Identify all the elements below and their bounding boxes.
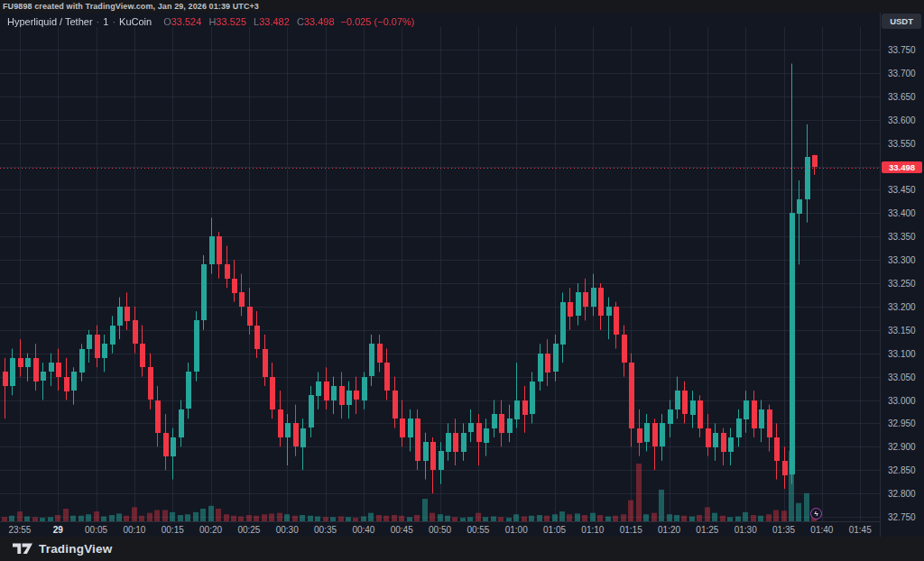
price-tick-label: 32.950 xyxy=(888,418,916,428)
time-tick-label: 01:00 xyxy=(505,525,528,535)
time-tick-label: 01:35 xyxy=(772,525,795,535)
tradingview-brand-text[interactable]: TradingView xyxy=(39,542,112,556)
price-tick-label: 33.650 xyxy=(888,92,916,102)
price-tick-label: 33.000 xyxy=(888,396,916,406)
time-tick-label: 00:15 xyxy=(162,525,184,535)
time-tick-label: 01:10 xyxy=(581,525,604,535)
time-tick-label: 01:45 xyxy=(849,525,872,535)
price-tick-label: 33.700 xyxy=(888,69,916,78)
attribution-text: FU9898 created with TradingView.com, Jan… xyxy=(0,2,259,11)
time-tick-label: 01:25 xyxy=(696,525,718,535)
price-tick-label: 33.750 xyxy=(888,45,916,55)
time-tick-label: 01:30 xyxy=(735,525,757,535)
price-change: −0.025 (−0.07%) xyxy=(341,16,415,27)
price-tick-label: 32.850 xyxy=(888,465,916,475)
candlestick-chart[interactable] xyxy=(0,27,880,521)
time-tick-label: 00:55 xyxy=(467,525,489,535)
price-tick-label: 33.200 xyxy=(888,302,916,312)
price-tick-label: 33.400 xyxy=(888,208,916,218)
footer-bar: TradingView xyxy=(0,537,924,561)
time-tick-label: 00:10 xyxy=(123,525,145,535)
time-tick-label: 00:50 xyxy=(429,525,451,535)
time-tick-label: 01:20 xyxy=(658,525,680,535)
ohlc-values: O33.524 H33.525 L33.482 C33.498 xyxy=(159,16,334,27)
close-label: C xyxy=(297,16,304,27)
time-tick-label: 01:15 xyxy=(620,525,642,535)
price-tick-label: 33.450 xyxy=(888,185,916,195)
symbol-name[interactable]: Hyperliquid / Tether xyxy=(7,16,93,27)
price-tick-label: 33.250 xyxy=(888,279,916,289)
time-tick-label: 00:45 xyxy=(391,525,413,535)
tradingview-snapshot: FU9898 created with TradingView.com, Jan… xyxy=(0,0,924,561)
time-tick-label: 00:25 xyxy=(237,525,260,535)
time-axis[interactable]: 23:552900:0500:1000:1500:2000:2500:3000:… xyxy=(0,521,924,537)
tradingview-logo-icon[interactable] xyxy=(13,543,32,555)
price-axis[interactable]: 33.75033.70033.65033.60033.55033.45033.4… xyxy=(880,13,924,537)
close-value: 33.498 xyxy=(304,16,335,27)
price-tick-label: 32.800 xyxy=(888,489,916,499)
time-tick-label: 29 xyxy=(53,525,63,535)
legend-separator: · xyxy=(97,16,100,27)
time-tick-label: 00:35 xyxy=(314,525,337,535)
time-tick-label: 23:55 xyxy=(8,525,31,535)
low-value: 33.482 xyxy=(259,16,290,27)
price-tick-label: 33.050 xyxy=(888,372,916,382)
price-tick-label: 32.750 xyxy=(888,512,916,522)
interval-value[interactable]: 1 xyxy=(103,16,108,27)
open-label: O xyxy=(163,16,171,27)
price-tick-label: 33.300 xyxy=(888,255,916,265)
attribution-bar: FU9898 created with TradingView.com, Jan… xyxy=(0,0,924,13)
legend-separator: · xyxy=(112,16,116,27)
time-tick-label: 00:30 xyxy=(276,525,299,535)
last-price-tag: 33.498 xyxy=(882,161,922,173)
time-tick-label: 01:40 xyxy=(810,525,833,535)
high-value: 33.525 xyxy=(216,16,246,27)
open-value: 33.524 xyxy=(171,16,202,27)
currency-toggle-button[interactable]: USDT xyxy=(882,14,921,29)
price-tick-label: 33.150 xyxy=(888,326,916,336)
price-tick-label: 32.900 xyxy=(888,442,916,452)
exchange-name: KuCoin xyxy=(119,16,152,27)
symbol-legend: Hyperliquid / Tether · 1 · KuCoin O33.52… xyxy=(7,14,414,28)
time-tick-label: 00:20 xyxy=(199,525,222,535)
time-tick-label: 00:05 xyxy=(85,525,107,535)
time-tick-label: 01:05 xyxy=(543,525,566,535)
price-tick-label: 33.100 xyxy=(888,349,916,359)
time-tick-label: 00:40 xyxy=(352,525,374,535)
realtime-lightning-icon[interactable]: ϟ xyxy=(810,508,822,520)
price-tick-label: 33.600 xyxy=(888,115,916,125)
price-tick-label: 33.350 xyxy=(888,232,916,242)
price-tick-label: 33.550 xyxy=(888,139,916,149)
